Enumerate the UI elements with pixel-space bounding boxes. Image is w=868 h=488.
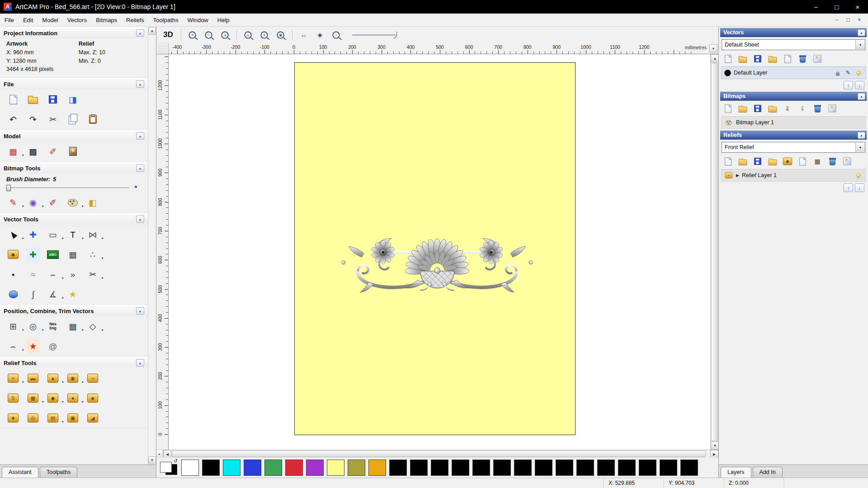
new-model-button[interactable]: [6, 93, 20, 106]
select-vectors-flyout[interactable]: ▸: [22, 236, 24, 240]
colour-picker-button[interactable]: ✐: [46, 196, 60, 209]
menu-bitmaps[interactable]: Bitmaps: [91, 14, 122, 26]
tab-layers[interactable]: Layers: [721, 467, 751, 478]
layer-up-button[interactable]: ↑: [844, 81, 853, 89]
paint-brush-button[interactable]: ✎▸: [6, 196, 20, 209]
dome-tool-flyout[interactable]: ▸: [82, 380, 84, 384]
menu-window[interactable]: Window: [183, 14, 213, 26]
swatch-15[interactable]: [493, 460, 511, 476]
mdi-restore-button[interactable]: □: [843, 16, 853, 24]
zoom-previous-button[interactable]: ◂: [219, 29, 231, 41]
transform-vectors-button[interactable]: ✚: [26, 228, 40, 241]
section-rollup-button[interactable]: ▲: [136, 164, 144, 172]
reliefs-rollup-button[interactable]: ▲: [858, 132, 865, 139]
new-relief-file-button[interactable]: [722, 156, 733, 167]
dimension-tool-button[interactable]: ∡▸: [46, 287, 60, 301]
sheet-select[interactable]: Default Sheet ▼: [722, 39, 865, 50]
chevron-down-icon[interactable]: ▼: [855, 40, 865, 49]
save-bitmap-button[interactable]: [752, 103, 763, 114]
swatch-9[interactable]: [368, 460, 386, 476]
open-relief-button[interactable]: [737, 156, 748, 167]
zoom-in-button[interactable]: +: [187, 29, 198, 41]
section-rollup-button[interactable]: ▲: [136, 359, 144, 366]
create-polyline-flyout[interactable]: ▸: [102, 256, 104, 260]
layer-colour-swatch[interactable]: [724, 70, 731, 76]
menu-help[interactable]: Help: [213, 14, 234, 26]
layer-down-button[interactable]: ↓: [855, 183, 864, 192]
create-cross-button[interactable]: ✚: [26, 248, 40, 261]
measure-tool-button[interactable]: ✐: [46, 145, 60, 158]
rotate-copy-flyout[interactable]: ▸: [102, 328, 104, 332]
paint-all-colours-flyout[interactable]: ▸: [42, 204, 44, 208]
face-relief-wizard-button[interactable]: ▣: [66, 411, 80, 425]
menu-edit[interactable]: Edit: [19, 14, 38, 26]
constant-round-button[interactable]: ◆▸: [46, 391, 60, 405]
create-rectangle-flyout[interactable]: ▸: [62, 236, 64, 240]
measure-widget[interactable]: [352, 35, 396, 35]
lock-button[interactable]: [834, 69, 842, 77]
align-vectors-flyout[interactable]: ▸: [22, 328, 24, 332]
save-relief-button[interactable]: [752, 156, 763, 167]
star-wizard-button[interactable]: ★: [6, 411, 20, 425]
swatch-4[interactable]: [264, 460, 282, 476]
swatch-21[interactable]: [618, 460, 636, 476]
align-vectors-button[interactable]: ⊞▸: [6, 319, 20, 333]
swatch-24[interactable]: [680, 460, 698, 476]
circular-copy-button[interactable]: ◎▸: [26, 319, 40, 333]
undo-button[interactable]: ↶: [6, 113, 20, 126]
brush-diameter-slider[interactable]: [6, 184, 142, 191]
colour-palette-button[interactable]: ▸: [66, 196, 80, 209]
relief-select[interactable]: Front Relief ▼: [722, 142, 865, 153]
close-button[interactable]: ×: [847, 0, 868, 14]
vector-doctor-button[interactable]: »: [66, 267, 80, 281]
swatch-6[interactable]: [306, 460, 324, 476]
swatch-17[interactable]: [535, 460, 552, 476]
weave-wizard-flyout[interactable]: ▸: [42, 400, 44, 404]
trim-vectors-flyout[interactable]: ▸: [102, 276, 104, 280]
merge-all-layers-button[interactable]: ⇓: [797, 103, 808, 114]
new-vector-layer-button[interactable]: [812, 53, 823, 64]
layer-visibility-button[interactable]: [854, 69, 863, 77]
swatch-11[interactable]: [410, 460, 428, 476]
primary-secondary-swatch[interactable]: ↺: [160, 460, 178, 476]
create-bezier-button[interactable]: ⌢▸: [46, 267, 60, 281]
menu-vectors[interactable]: Vectors: [63, 14, 91, 26]
create-text-block-button[interactable]: ABC: [46, 248, 60, 261]
block-copy-button[interactable]: ▦▸: [66, 319, 80, 333]
node-editing-button[interactable]: ▪: [6, 267, 20, 281]
swatch-12[interactable]: [431, 460, 448, 476]
new-vector-sheet-button[interactable]: [722, 53, 733, 64]
copy-button[interactable]: [66, 113, 80, 126]
expander-icon[interactable]: ▶: [736, 173, 739, 178]
create-polyline-button[interactable]: ∴▸: [86, 248, 99, 261]
chevron-down-icon[interactable]: ▼: [855, 143, 865, 152]
paint-all-colours-button[interactable]: ◉▸: [26, 196, 40, 209]
menu-model[interactable]: Model: [38, 14, 62, 26]
colour-palette-flyout[interactable]: ▸: [82, 204, 84, 208]
assistant-scrollbar[interactable]: ▲ ▼: [148, 27, 156, 465]
section-rollup-button[interactable]: ▲: [136, 307, 144, 314]
mdi-close-button[interactable]: ×: [854, 16, 864, 24]
maximize-button[interactable]: □: [826, 0, 847, 14]
h-scrollbar[interactable]: ▸ ◀ ▶: [156, 450, 718, 458]
flood-fill-button[interactable]: ◧: [86, 196, 99, 209]
fit-arc-flyout[interactable]: ▸: [22, 348, 24, 352]
open-bitmap-button[interactable]: [737, 103, 748, 114]
delete-bitmap-layer-button[interactable]: [812, 103, 823, 114]
bitmap-layer-swatch-button[interactable]: [724, 118, 733, 127]
import-bitmap-button[interactable]: [767, 103, 778, 114]
pyramid-tool-flyout[interactable]: ▸: [62, 380, 64, 384]
vectors-rollup-button[interactable]: ▲: [858, 29, 865, 36]
fit-arc-button[interactable]: ⌢▸: [6, 339, 20, 353]
relief-layer-swatch-button[interactable]: +: [724, 171, 733, 180]
swatch-0[interactable]: [181, 460, 199, 476]
select-vectors-button[interactable]: ▸: [6, 228, 20, 241]
offset-vectors-button[interactable]: ◆: [6, 248, 20, 261]
swatch-7[interactable]: [327, 460, 344, 476]
trim-vectors-button[interactable]: ✂▸: [86, 267, 99, 281]
layer-visibility-button[interactable]: [854, 171, 863, 179]
model-sheet[interactable]: [294, 62, 576, 435]
spiral-tool-button[interactable]: @: [46, 339, 60, 353]
bitmaps-rollup-button[interactable]: ▲: [858, 93, 865, 100]
redo-button[interactable]: ↷: [26, 113, 40, 126]
